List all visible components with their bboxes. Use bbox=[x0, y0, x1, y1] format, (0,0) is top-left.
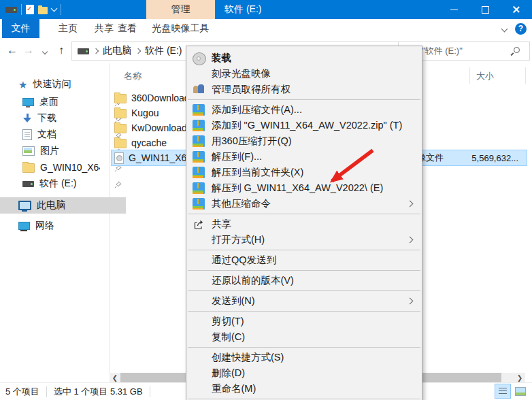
thumbnails-view-icon bbox=[515, 387, 526, 396]
quick-access-toolbar bbox=[0, 4, 61, 15]
ribbon-collapse-chevron-icon[interactable] bbox=[501, 25, 508, 32]
tab-home[interactable]: 主页 bbox=[51, 19, 85, 38]
menu-item-add-to-archive[interactable]: 添加到压缩文件(A)... bbox=[186, 102, 422, 118]
pictures-icon bbox=[22, 146, 35, 156]
menu-item-take-ownership[interactable]: 管理员取得所有权 bbox=[186, 82, 422, 97]
menu-item-add-to-zip[interactable]: 添加到 "G_WIN11_X64_AW_V2022.zip" (T) bbox=[186, 118, 422, 133]
menu-separator bbox=[188, 250, 420, 250]
sidebar-item-quick-access[interactable]: ★ 快速访问 bbox=[0, 76, 126, 93]
menu-item-send-to[interactable]: 发送到(N) bbox=[186, 293, 422, 309]
menu-item-rename[interactable]: 重命名(M) bbox=[186, 381, 422, 397]
menu-item-delete[interactable]: 删除(D) bbox=[186, 365, 422, 381]
zip-360-icon bbox=[193, 167, 205, 178]
help-icon[interactable]: ? bbox=[515, 23, 527, 35]
breadcrumb-drive-e[interactable]: 软件 (E:) bbox=[145, 45, 182, 57]
statusbar-divider bbox=[150, 386, 150, 397]
column-divider[interactable] bbox=[525, 67, 526, 84]
maximize-button[interactable] bbox=[469, 0, 501, 19]
minimize-icon bbox=[450, 10, 458, 10]
menu-separator bbox=[188, 99, 420, 100]
sidebar-item-network[interactable]: 网络 bbox=[0, 218, 126, 234]
column-header-size[interactable]: 大小 bbox=[476, 69, 494, 84]
menu-item-more-compress-commands[interactable]: 其他压缩命令 bbox=[186, 196, 422, 212]
network-icon bbox=[18, 222, 30, 230]
forward-icon[interactable]: → bbox=[20, 44, 37, 56]
new-folder-icon[interactable] bbox=[38, 7, 48, 14]
qat-divider bbox=[21, 4, 22, 15]
menu-item-copy[interactable]: 复制(C) bbox=[186, 329, 422, 345]
window-title: 软件 (E:) bbox=[225, 0, 261, 19]
menu-separator bbox=[188, 290, 420, 291]
submenu-chevron-icon bbox=[407, 237, 414, 244]
menu-item-burn-disc-image[interactable]: 刻录光盘映像 bbox=[186, 66, 422, 82]
zip-360-icon bbox=[193, 151, 205, 163]
menu-item-extract-to[interactable]: 解压到(F)... bbox=[186, 149, 422, 165]
details-view-button[interactable] bbox=[495, 384, 510, 398]
zip-360-icon bbox=[193, 135, 205, 147]
menu-item-open-with-360zip[interactable]: 用360压缩打开(Q) bbox=[186, 133, 422, 149]
column-header-name[interactable]: 名称 bbox=[124, 69, 142, 84]
menu-separator bbox=[188, 347, 420, 348]
file-size-cell: 5,569,632... bbox=[471, 153, 518, 163]
menu-item-mount[interactable]: 装载 bbox=[186, 50, 422, 66]
sidebar-item-this-pc[interactable]: 此电脑 bbox=[0, 197, 126, 214]
back-icon[interactable]: ← bbox=[4, 44, 20, 56]
pin-icon bbox=[114, 180, 122, 190]
explorer-drive-icon[interactable] bbox=[5, 7, 17, 13]
context-menu: 装载 刻录光盘映像 管理员取得所有权 添加到压缩文件(A)... 添加到 "G_… bbox=[186, 46, 422, 400]
tab-view[interactable]: 查看 bbox=[110, 19, 144, 38]
menu-item-restore-previous-versions[interactable]: 还原以前的版本(V) bbox=[186, 273, 422, 288]
chevron-right-icon bbox=[93, 48, 99, 54]
customize-qat-chevron-icon[interactable] bbox=[51, 5, 58, 12]
menu-separator bbox=[188, 214, 420, 214]
maximize-icon bbox=[482, 6, 489, 14]
zip-360-icon bbox=[193, 120, 205, 131]
menu-item-share[interactable]: 共享 bbox=[186, 216, 422, 232]
menu-item-create-shortcut[interactable]: 创建快捷方式(S) bbox=[186, 350, 422, 365]
ribbon-tab-row: 文件 主页 共享 查看 光盘映像工具 ? bbox=[0, 19, 532, 39]
manage-contextual-tab[interactable]: 管理 bbox=[146, 0, 215, 19]
close-button[interactable] bbox=[501, 0, 532, 19]
chevron-right-icon bbox=[135, 48, 141, 54]
recent-locations-chevron-icon[interactable] bbox=[37, 44, 53, 56]
this-pc-icon bbox=[18, 201, 31, 210]
up-icon[interactable]: ↑ bbox=[53, 44, 69, 56]
column-divider[interactable] bbox=[469, 67, 470, 84]
admin-people-icon bbox=[193, 84, 205, 95]
qat-divider bbox=[61, 4, 61, 15]
sidebar-item-software-e[interactable]: 软件 (E:) bbox=[0, 176, 130, 192]
breadcrumb-this-pc[interactable]: 此电脑 bbox=[103, 45, 131, 57]
folder-icon bbox=[114, 94, 127, 103]
tab-disc-image-tools[interactable]: 光盘映像工具 bbox=[146, 19, 215, 39]
sidebar-item-pictures[interactable]: 图片 bbox=[0, 143, 130, 159]
drive-icon bbox=[22, 181, 34, 187]
title-bar: 管理 软件 (E:) bbox=[0, 0, 532, 19]
menu-item-cut[interactable]: 剪切(T) bbox=[186, 314, 422, 329]
menu-item-extract-to-folder[interactable]: 解压到 G_WIN11_X64_AW_V2022\ (E) bbox=[186, 180, 422, 196]
selection-info: 选中 1 个项目 5.31 GB bbox=[54, 386, 143, 398]
sidebar-item-documents[interactable]: 文档 bbox=[0, 127, 130, 143]
window-controls bbox=[438, 0, 532, 19]
properties-icon[interactable] bbox=[26, 5, 34, 14]
zip-360-icon bbox=[193, 104, 205, 116]
minimize-button[interactable] bbox=[438, 0, 469, 19]
tab-file[interactable]: 文件 bbox=[2, 19, 39, 38]
menu-item-extract-here[interactable]: 解压到当前文件夹(X) bbox=[186, 165, 422, 180]
search-icon[interactable] bbox=[514, 47, 520, 53]
close-icon bbox=[512, 5, 520, 14]
scroll-right-icon[interactable]: ❯ bbox=[514, 373, 525, 383]
disc-icon bbox=[193, 52, 206, 65]
menu-item-send-via-qq[interactable]: 通过QQ发送到 bbox=[186, 252, 422, 268]
scroll-left-icon[interactable]: ❮ bbox=[110, 373, 120, 383]
sidebar-item-gwin10-folder[interactable]: G_WIN10_X64_ bbox=[0, 159, 130, 176]
item-count: 5 个项目 bbox=[5, 386, 39, 398]
menu-item-open-with[interactable]: 打开方式(H) bbox=[186, 232, 422, 248]
menu-separator bbox=[188, 399, 420, 399]
thumbnails-view-button[interactable] bbox=[513, 384, 528, 398]
zip-360-icon bbox=[193, 198, 205, 210]
sidebar-item-downloads[interactable]: 下载 bbox=[0, 110, 130, 127]
quick-access-star-icon: ★ bbox=[18, 80, 27, 90]
disc-image-file-icon bbox=[114, 152, 124, 164]
sidebar-item-desktop[interactable]: 桌面 bbox=[0, 94, 130, 110]
folder-icon bbox=[114, 124, 127, 133]
